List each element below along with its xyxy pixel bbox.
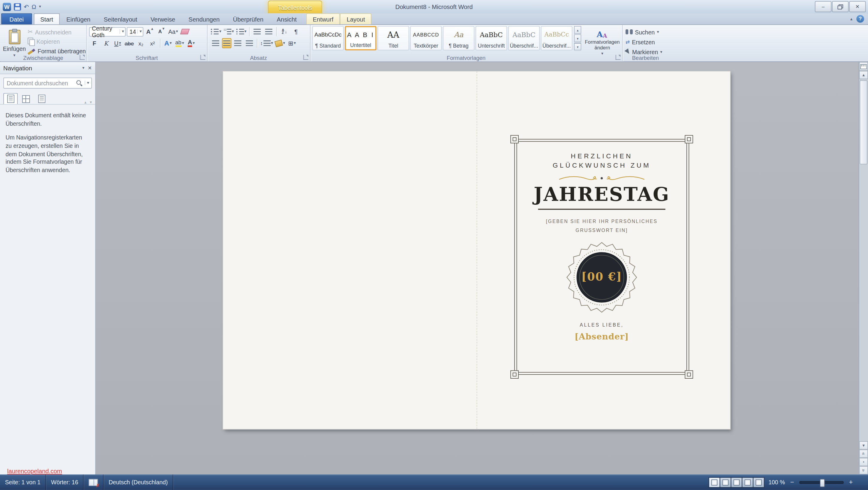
sort-button[interactable]: AZ ↓ (279, 27, 290, 36)
tab-sendungen[interactable]: Sendungen (182, 13, 226, 24)
change-styles-button[interactable]: AAA Formatvorlagen ändern ▾ (583, 26, 621, 59)
tab-browse-results[interactable] (34, 93, 49, 104)
scrollbar-thumb[interactable] (860, 80, 867, 164)
subscript-button[interactable]: x₂ (135, 38, 146, 48)
replace-button[interactable]: ⇄ Ersetzen (625, 38, 662, 46)
copy-button[interactable]: Kopieren (28, 37, 86, 45)
zoom-slider[interactable] (800, 481, 844, 483)
style-betrag[interactable]: Aa ¶ Betrag (443, 26, 474, 50)
tab-browse-headings[interactable] (3, 93, 18, 104)
save-icon[interactable] (14, 3, 21, 10)
styles-gallery-down-icon[interactable]: ▾ (574, 34, 581, 42)
tab-datei[interactable]: Datei (1, 13, 32, 24)
borders-button[interactable]: ⊞▾ (287, 38, 297, 48)
qat-customize-dropdown-icon[interactable]: ▾ (39, 4, 41, 9)
highlight-color-button[interactable]: ab▾ (175, 38, 185, 48)
decrease-indent-button[interactable] (252, 27, 262, 36)
line-spacing-button[interactable]: ↕▾ (259, 38, 274, 48)
status-page-count[interactable]: Seite: 1 von 1 (0, 474, 46, 490)
select-browse-object-icon[interactable]: • (859, 458, 868, 466)
clear-formatting-button[interactable] (180, 27, 190, 36)
font-family-combobox[interactable]: Century Goth ▾ (89, 27, 126, 36)
zoom-in-icon[interactable]: + (848, 478, 854, 486)
view-draft-button[interactable] (753, 477, 765, 487)
strikethrough-button[interactable]: abe (124, 38, 134, 48)
shading-button[interactable]: ▾ (275, 38, 286, 48)
style-titel[interactable]: AA Titel (377, 26, 409, 50)
align-left-button[interactable] (210, 38, 221, 48)
card-greeting-line1[interactable]: HERZLICHEN (571, 152, 633, 160)
zoom-level[interactable]: 100 % (768, 479, 785, 486)
card-title[interactable]: JAHRESTAG (534, 184, 670, 205)
shrink-font-button[interactable]: A▾ (156, 27, 167, 36)
style-untertitel[interactable]: A A B I Untertitel (345, 26, 376, 50)
scroll-down-icon[interactable]: ▾ (859, 441, 868, 450)
tab-browse-pages[interactable] (19, 93, 33, 104)
word-app-icon[interactable]: W (3, 2, 11, 11)
style-ueberschrift-1[interactable]: AaBbC Überschrif... (508, 26, 540, 50)
tab-einfuegen[interactable]: Einfügen (60, 13, 97, 24)
tab-seitenlayout[interactable]: Seitenlayout (97, 13, 144, 24)
font-color-button[interactable]: A▾ (186, 38, 196, 48)
font-size-dropdown-icon[interactable]: ▾ (137, 29, 142, 33)
navigation-pane-close-icon[interactable]: ✕ (88, 65, 92, 70)
justify-button[interactable] (244, 38, 255, 48)
tab-entwurf[interactable]: Entwurf (306, 13, 340, 24)
increase-indent-button[interactable] (264, 27, 274, 36)
view-print-layout-button[interactable] (709, 477, 720, 487)
show-paragraph-marks-button[interactable]: ¶ (291, 27, 301, 36)
zoom-out-icon[interactable]: − (789, 478, 796, 486)
styles-gallery-up-icon[interactable]: ▴ (574, 26, 581, 34)
paragraph-dialog-launcher-icon[interactable] (304, 55, 309, 60)
omega-symbol-icon[interactable]: Ω (32, 4, 36, 9)
previous-result-icon[interactable]: ▴ (84, 100, 87, 104)
numbering-button[interactable]: ▾ (223, 27, 235, 36)
font-size-combobox[interactable]: 14 ▾ (127, 27, 143, 36)
styles-gallery-more-icon[interactable]: ▾ (574, 42, 581, 50)
style-standard[interactable]: AaBbCcDc ¶ Standard (312, 26, 344, 50)
status-language[interactable]: Deutsch (Deutschland) (103, 474, 173, 490)
ruler-toggle-button[interactable] (859, 62, 868, 71)
next-result-icon[interactable]: ▾ (90, 100, 92, 104)
style-ueberschrift-2[interactable]: AaBbCc Überschrif... (541, 26, 572, 50)
format-painter-button[interactable]: Format übertragen (28, 47, 86, 55)
view-fullscreen-reading-button[interactable] (720, 477, 732, 487)
view-web-layout-button[interactable] (731, 477, 743, 487)
navigation-pane-dropdown-icon[interactable]: ▾ (82, 66, 84, 70)
superscript-button[interactable]: x² (147, 38, 158, 48)
bold-button[interactable]: F (89, 38, 100, 48)
zoom-slider-thumb[interactable] (820, 479, 825, 487)
tab-ansicht[interactable]: Ansicht (270, 13, 303, 24)
italic-button[interactable]: K (101, 38, 111, 48)
styles-dialog-launcher-icon[interactable] (616, 55, 621, 60)
minimize-button[interactable]: – (815, 1, 831, 12)
restore-button[interactable] (832, 1, 848, 12)
style-textkoerper[interactable]: AABBCCD Textkörper (410, 26, 441, 50)
vertical-scrollbar[interactable]: ▴ ▾ « • » (859, 62, 868, 474)
tab-start[interactable]: Start (33, 13, 60, 24)
tab-verweise[interactable]: Verweise (144, 13, 182, 24)
find-button[interactable]: Suchen ▾ (625, 28, 662, 36)
cut-button[interactable]: ✂ Ausschneiden (28, 28, 86, 36)
font-dialog-launcher-icon[interactable] (200, 55, 206, 60)
card-greeting-placeholder[interactable]: [GEBEN SIE HIER IHR PERSÖNLICHES GRUSSWO… (541, 218, 662, 235)
next-page-icon[interactable]: » (859, 466, 868, 474)
scroll-up-icon[interactable]: ▴ (859, 71, 868, 79)
style-unterschrift[interactable]: AaBbC Unterschrift (475, 26, 507, 50)
change-case-button[interactable]: Aa▾ (167, 27, 178, 36)
align-center-button[interactable] (222, 38, 231, 48)
contextual-tab-group-tabellentools[interactable]: Tabellentools (268, 1, 322, 14)
card-sender-placeholder[interactable]: [Absender] (575, 332, 629, 341)
tab-ueberpruefen[interactable]: Überprüfen (226, 13, 270, 24)
text-effects-button[interactable]: A▾ (163, 38, 173, 48)
status-proofing[interactable] (84, 474, 104, 490)
underline-button[interactable]: U▾ (112, 38, 123, 48)
previous-page-icon[interactable]: « (859, 450, 868, 458)
align-right-button[interactable] (232, 38, 243, 48)
close-button[interactable]: ✕ (849, 1, 866, 12)
grow-font-button[interactable]: A▴ (145, 27, 155, 36)
clipboard-dialog-launcher-icon[interactable] (80, 55, 85, 60)
card-amount-placeholder[interactable]: [00 €] (566, 270, 638, 283)
help-icon[interactable]: ? (856, 15, 864, 23)
undo-icon[interactable]: ↶ (24, 4, 29, 9)
